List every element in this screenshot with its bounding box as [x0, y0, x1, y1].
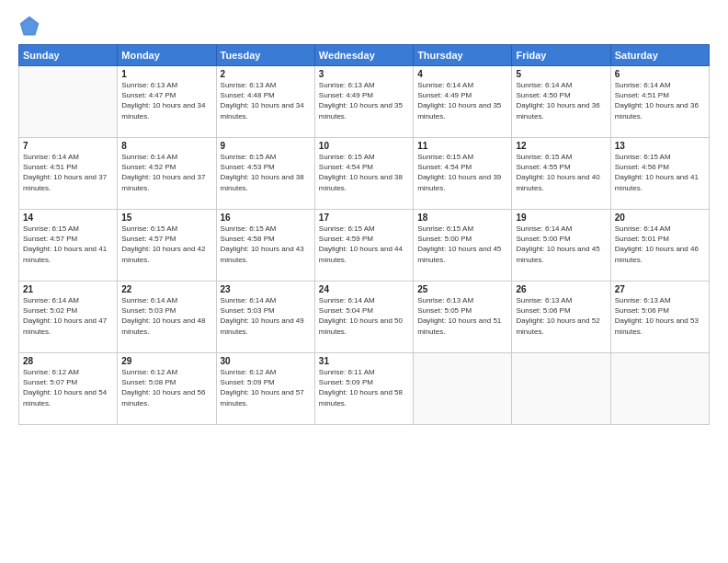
day-number: 26: [516, 284, 606, 294]
day-info: Sunrise: 6:14 AM Sunset: 5:03 PM Dayligh…: [121, 295, 211, 337]
calendar-cell: 2Sunrise: 6:13 AM Sunset: 4:48 PM Daylig…: [216, 66, 314, 138]
calendar-cell: 18Sunrise: 6:15 AM Sunset: 5:00 PM Dayli…: [414, 210, 512, 282]
calendar-cell: 6Sunrise: 6:14 AM Sunset: 4:51 PM Daylig…: [610, 66, 709, 138]
calendar-cell: 10Sunrise: 6:15 AM Sunset: 4:54 PM Dayli…: [314, 138, 413, 210]
day-number: 23: [221, 284, 311, 294]
calendar-week-row: 21Sunrise: 6:14 AM Sunset: 5:02 PM Dayli…: [19, 282, 710, 353]
day-info: Sunrise: 6:15 AM Sunset: 5:00 PM Dayligh…: [417, 224, 507, 265]
calendar-cell: 16Sunrise: 6:15 AM Sunset: 4:58 PM Dayli…: [216, 210, 314, 282]
weekday-header: Friday: [512, 45, 610, 66]
day-number: 25: [417, 284, 507, 294]
header-area: [18, 15, 710, 37]
day-number: 22: [121, 284, 211, 294]
day-info: Sunrise: 6:13 AM Sunset: 4:47 PM Dayligh…: [121, 80, 211, 121]
day-info: Sunrise: 6:14 AM Sunset: 4:49 PM Dayligh…: [417, 80, 507, 121]
weekday-header: Tuesday: [216, 45, 314, 66]
day-info: Sunrise: 6:15 AM Sunset: 4:53 PM Dayligh…: [221, 152, 311, 193]
day-number: 31: [319, 356, 409, 366]
day-number: 6: [615, 69, 705, 79]
day-info: Sunrise: 6:12 AM Sunset: 5:08 PM Dayligh…: [121, 367, 211, 408]
day-info: Sunrise: 6:14 AM Sunset: 5:02 PM Dayligh…: [23, 295, 113, 337]
day-info: Sunrise: 6:14 AM Sunset: 5:04 PM Dayligh…: [319, 295, 409, 337]
day-info: Sunrise: 6:15 AM Sunset: 4:55 PM Dayligh…: [516, 152, 606, 193]
calendar-week-row: 1Sunrise: 6:13 AM Sunset: 4:47 PM Daylig…: [19, 66, 710, 138]
weekday-header: Monday: [118, 45, 216, 66]
logo-icon: [18, 15, 40, 37]
day-number: 5: [516, 69, 606, 79]
day-info: Sunrise: 6:14 AM Sunset: 4:52 PM Dayligh…: [121, 152, 211, 193]
day-info: Sunrise: 6:14 AM Sunset: 4:50 PM Dayligh…: [516, 80, 606, 121]
calendar-cell: 13Sunrise: 6:15 AM Sunset: 4:56 PM Dayli…: [610, 138, 709, 210]
calendar-cell: 12Sunrise: 6:15 AM Sunset: 4:55 PM Dayli…: [512, 138, 610, 210]
day-info: Sunrise: 6:15 AM Sunset: 4:58 PM Dayligh…: [221, 224, 311, 265]
calendar-cell: 20Sunrise: 6:14 AM Sunset: 5:01 PM Dayli…: [610, 210, 709, 282]
day-info: Sunrise: 6:14 AM Sunset: 5:00 PM Dayligh…: [516, 224, 606, 265]
day-number: 24: [319, 284, 409, 294]
calendar-cell: 3Sunrise: 6:13 AM Sunset: 4:49 PM Daylig…: [314, 66, 413, 138]
calendar-cell: 21Sunrise: 6:14 AM Sunset: 5:02 PM Dayli…: [19, 282, 118, 353]
day-info: Sunrise: 6:13 AM Sunset: 4:49 PM Dayligh…: [319, 80, 409, 121]
day-info: Sunrise: 6:12 AM Sunset: 5:09 PM Dayligh…: [221, 367, 311, 408]
day-info: Sunrise: 6:15 AM Sunset: 4:57 PM Dayligh…: [121, 224, 211, 265]
calendar-cell: 27Sunrise: 6:13 AM Sunset: 5:06 PM Dayli…: [610, 282, 709, 353]
day-info: Sunrise: 6:13 AM Sunset: 4:48 PM Dayligh…: [221, 80, 311, 121]
day-number: 3: [319, 69, 409, 79]
day-number: 17: [319, 213, 409, 223]
day-number: 10: [319, 141, 409, 151]
day-info: Sunrise: 6:11 AM Sunset: 5:09 PM Dayligh…: [319, 367, 409, 408]
day-number: 30: [221, 356, 311, 366]
calendar-cell: 14Sunrise: 6:15 AM Sunset: 4:57 PM Dayli…: [19, 210, 118, 282]
day-number: 21: [23, 284, 113, 294]
day-number: 27: [615, 284, 705, 294]
calendar-cell: 11Sunrise: 6:15 AM Sunset: 4:54 PM Dayli…: [414, 138, 512, 210]
weekday-header: Sunday: [19, 45, 118, 66]
day-info: Sunrise: 6:14 AM Sunset: 5:01 PM Dayligh…: [615, 224, 705, 265]
calendar-cell: 31Sunrise: 6:11 AM Sunset: 5:09 PM Dayli…: [314, 353, 413, 425]
calendar-week-row: 14Sunrise: 6:15 AM Sunset: 4:57 PM Dayli…: [19, 210, 710, 282]
calendar-cell: [19, 66, 118, 138]
day-number: 20: [615, 213, 705, 223]
calendar-cell: 8Sunrise: 6:14 AM Sunset: 4:52 PM Daylig…: [118, 138, 216, 210]
calendar-cell: 30Sunrise: 6:12 AM Sunset: 5:09 PM Dayli…: [216, 353, 314, 425]
day-info: Sunrise: 6:14 AM Sunset: 4:51 PM Dayligh…: [615, 80, 705, 121]
calendar-cell: [610, 353, 709, 425]
calendar-cell: 19Sunrise: 6:14 AM Sunset: 5:00 PM Dayli…: [512, 210, 610, 282]
calendar-cell: 9Sunrise: 6:15 AM Sunset: 4:53 PM Daylig…: [216, 138, 314, 210]
calendar-cell: 26Sunrise: 6:13 AM Sunset: 5:06 PM Dayli…: [512, 282, 610, 353]
day-number: 9: [221, 141, 311, 151]
calendar-cell: 29Sunrise: 6:12 AM Sunset: 5:08 PM Dayli…: [118, 353, 216, 425]
logo: [18, 15, 44, 37]
day-number: 14: [23, 213, 113, 223]
day-info: Sunrise: 6:15 AM Sunset: 4:56 PM Dayligh…: [615, 152, 705, 193]
day-info: Sunrise: 6:12 AM Sunset: 5:07 PM Dayligh…: [23, 367, 113, 408]
calendar-cell: [414, 353, 512, 425]
calendar-cell: 25Sunrise: 6:13 AM Sunset: 5:05 PM Dayli…: [414, 282, 512, 353]
day-info: Sunrise: 6:13 AM Sunset: 5:06 PM Dayligh…: [615, 295, 705, 337]
day-info: Sunrise: 6:14 AM Sunset: 4:51 PM Dayligh…: [23, 152, 113, 193]
calendar-cell: 28Sunrise: 6:12 AM Sunset: 5:07 PM Dayli…: [19, 353, 118, 425]
calendar-cell: 4Sunrise: 6:14 AM Sunset: 4:49 PM Daylig…: [414, 66, 512, 138]
calendar-cell: 23Sunrise: 6:14 AM Sunset: 5:03 PM Dayli…: [216, 282, 314, 353]
day-number: 11: [417, 141, 507, 151]
day-number: 19: [516, 213, 606, 223]
calendar-week-row: 7Sunrise: 6:14 AM Sunset: 4:51 PM Daylig…: [19, 138, 710, 210]
calendar-cell: 1Sunrise: 6:13 AM Sunset: 4:47 PM Daylig…: [118, 66, 216, 138]
day-number: 28: [23, 356, 113, 366]
day-number: 4: [417, 69, 507, 79]
day-number: 1: [121, 69, 211, 79]
day-number: 7: [23, 141, 113, 151]
day-number: 15: [121, 213, 211, 223]
weekday-header: Saturday: [610, 45, 709, 66]
weekday-header-row: SundayMondayTuesdayWednesdayThursdayFrid…: [19, 45, 710, 66]
day-info: Sunrise: 6:15 AM Sunset: 4:59 PM Dayligh…: [319, 224, 409, 265]
day-number: 13: [615, 141, 705, 151]
calendar-cell: 24Sunrise: 6:14 AM Sunset: 5:04 PM Dayli…: [314, 282, 413, 353]
day-info: Sunrise: 6:13 AM Sunset: 5:05 PM Dayligh…: [417, 295, 507, 337]
calendar-page: SundayMondayTuesdayWednesdayThursdayFrid…: [0, 0, 728, 563]
calendar-cell: 5Sunrise: 6:14 AM Sunset: 4:50 PM Daylig…: [512, 66, 610, 138]
calendar-cell: [512, 353, 610, 425]
day-number: 16: [221, 213, 311, 223]
day-info: Sunrise: 6:15 AM Sunset: 4:54 PM Dayligh…: [417, 152, 507, 193]
day-number: 29: [121, 356, 211, 366]
day-info: Sunrise: 6:15 AM Sunset: 4:54 PM Dayligh…: [319, 152, 409, 193]
